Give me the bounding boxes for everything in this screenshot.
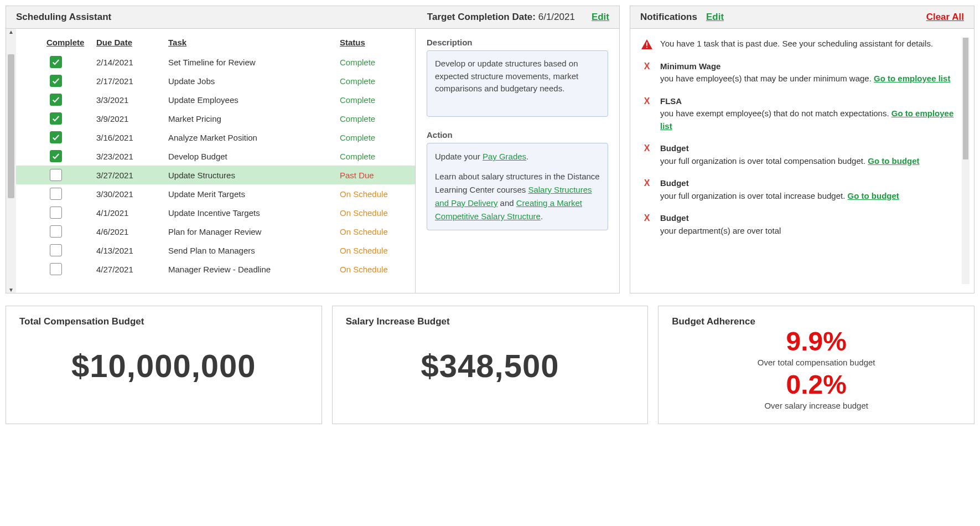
task-row[interactable]: 3/27/2021Update StructuresPast Due bbox=[16, 166, 415, 184]
col-task[interactable]: Task bbox=[168, 38, 340, 47]
notification-body: you have exempt employee(s) that do not … bbox=[660, 109, 889, 118]
notification-item: You have 1 task that is past due. See yo… bbox=[640, 38, 960, 50]
notification-body: your department(s) are over total bbox=[660, 226, 781, 235]
task-checkbox[interactable] bbox=[50, 188, 62, 200]
task-row[interactable]: 3/30/2021Update Merit TargetsOn Schedule bbox=[16, 184, 415, 203]
task-name: Manager Review - Deadline bbox=[168, 265, 340, 274]
task-due: 4/6/2021 bbox=[96, 227, 168, 236]
scheduling-assistant-panel: Scheduling Assistant Target Completion D… bbox=[6, 6, 620, 293]
task-status: Complete bbox=[340, 152, 406, 161]
task-row[interactable]: 4/27/2021Manager Review - DeadlineOn Sch… bbox=[16, 260, 415, 279]
task-row[interactable]: 3/16/2021Analyze Market PositionComplete bbox=[16, 128, 415, 147]
scheduling-header: Scheduling Assistant Target Completion D… bbox=[6, 6, 619, 29]
adherence-sub-2: Over salary increase budget bbox=[672, 401, 961, 410]
task-name: Develop Budget bbox=[168, 152, 340, 161]
task-name: Market Pricing bbox=[168, 114, 340, 123]
col-status[interactable]: Status bbox=[340, 38, 406, 47]
notifications-header: Notifications Edit Clear All bbox=[630, 6, 974, 29]
task-name: Update Employees bbox=[168, 95, 340, 105]
task-due: 2/17/2021 bbox=[96, 76, 168, 86]
notification-item: XFLSAyou have exempt employee(s) that do… bbox=[640, 95, 960, 133]
task-name: Send Plan to Managers bbox=[168, 246, 340, 255]
task-due: 3/30/2021 bbox=[96, 189, 168, 199]
x-icon: X bbox=[644, 178, 650, 202]
edit-schedule-link[interactable]: Edit bbox=[592, 12, 609, 23]
task-due: 3/3/2021 bbox=[96, 95, 168, 105]
notifications-scrollbar[interactable] bbox=[962, 38, 969, 284]
notification-body: You have 1 task that is past due. See yo… bbox=[660, 39, 933, 48]
task-name: Set Timeline for Review bbox=[168, 58, 340, 67]
task-row[interactable]: 3/9/2021Market PricingComplete bbox=[16, 109, 415, 128]
edit-notifications-link[interactable]: Edit bbox=[706, 12, 724, 23]
clear-all-link[interactable]: Clear All bbox=[926, 12, 964, 23]
task-name: Update Merit Targets bbox=[168, 189, 340, 199]
col-due-date[interactable]: Due Date bbox=[96, 38, 168, 47]
notification-link[interactable]: Go to employee list bbox=[874, 74, 950, 83]
task-status: Complete bbox=[340, 58, 406, 67]
svg-rect-1 bbox=[646, 42, 647, 45]
description-box: Develop or update structures based on ex… bbox=[427, 50, 608, 117]
task-checkbox[interactable] bbox=[50, 150, 62, 162]
task-row[interactable]: 3/3/2021Update EmployeesComplete bbox=[16, 90, 415, 109]
notification-item: XMinimum Wageyou have employee(s) that m… bbox=[640, 60, 960, 85]
task-checkbox[interactable] bbox=[50, 75, 62, 87]
task-due: 3/27/2021 bbox=[96, 171, 168, 180]
task-row[interactable]: 4/6/2021Plan for Manager ReviewOn Schedu… bbox=[16, 222, 415, 241]
notification-title: Minimum Wage bbox=[660, 61, 720, 71]
task-row[interactable]: 2/17/2021Update JobsComplete bbox=[16, 71, 415, 90]
task-checkbox[interactable] bbox=[50, 244, 62, 256]
task-checkbox[interactable] bbox=[50, 131, 62, 143]
task-due: 4/1/2021 bbox=[96, 208, 168, 218]
task-checkbox[interactable] bbox=[50, 169, 62, 181]
task-checkbox[interactable] bbox=[50, 225, 62, 238]
col-complete[interactable]: Complete bbox=[46, 38, 96, 47]
adherence-sub-1: Over total compensation budget bbox=[672, 358, 961, 367]
warning-icon bbox=[641, 39, 653, 50]
task-name: Update Incentive Targets bbox=[168, 208, 340, 218]
notification-item: XBudgetyour department(s) are over total bbox=[640, 212, 960, 237]
task-checkbox[interactable] bbox=[50, 207, 62, 219]
task-row[interactable]: 3/23/2021Develop BudgetComplete bbox=[16, 147, 415, 166]
task-status: Complete bbox=[340, 76, 406, 86]
task-status: On Schedule bbox=[340, 227, 406, 236]
notification-title: Budget bbox=[660, 178, 689, 188]
target-completion: Target Completion Date: 6/1/2021 bbox=[427, 12, 575, 23]
notification-body: you have employee(s) that may be under m… bbox=[660, 74, 874, 83]
scheduling-title: Scheduling Assistant bbox=[16, 12, 111, 23]
task-due: 2/14/2021 bbox=[96, 58, 168, 67]
notification-link[interactable]: Go to budget bbox=[868, 156, 919, 166]
adherence-pct-2: 0.2% bbox=[672, 370, 961, 400]
task-checkbox[interactable] bbox=[50, 263, 62, 275]
notification-body: your full organization is over total com… bbox=[660, 156, 868, 166]
salary-increase-title: Salary Increase Budget bbox=[346, 316, 635, 327]
task-due: 3/9/2021 bbox=[96, 114, 168, 123]
task-status: On Schedule bbox=[340, 208, 406, 218]
total-compensation-card: Total Compensation Budget $10,000,000 bbox=[6, 306, 322, 424]
task-row[interactable]: 2/14/2021Set Timeline for ReviewComplete bbox=[16, 53, 415, 71]
svg-rect-2 bbox=[646, 47, 647, 48]
task-list-area: ▲ ▼ Complete Due Date Task Status 2/14/2… bbox=[6, 29, 415, 293]
notification-link[interactable]: Go to budget bbox=[848, 191, 899, 200]
task-name: Update Jobs bbox=[168, 76, 340, 86]
task-detail-pane: Description Develop or update structures… bbox=[415, 29, 619, 293]
pay-grades-link[interactable]: Pay Grades bbox=[483, 152, 526, 161]
description-label: Description bbox=[427, 38, 608, 47]
salary-increase-value: $348,500 bbox=[346, 347, 635, 384]
task-checkbox[interactable] bbox=[50, 112, 62, 125]
task-status: Past Due bbox=[340, 171, 406, 180]
task-row[interactable]: 4/1/2021Update Incentive TargetsOn Sched… bbox=[16, 203, 415, 222]
task-row[interactable]: 4/13/2021Send Plan to ManagersOn Schedul… bbox=[16, 241, 415, 260]
notification-item: XBudgetyour full organization is over to… bbox=[640, 177, 960, 202]
task-due: 3/23/2021 bbox=[96, 152, 168, 161]
task-status: On Schedule bbox=[340, 189, 406, 199]
task-due: 3/16/2021 bbox=[96, 133, 168, 142]
task-checkbox[interactable] bbox=[50, 94, 62, 106]
budget-adherence-title: Budget Adherence bbox=[672, 316, 961, 327]
action-label: Action bbox=[427, 130, 608, 140]
task-scrollbar[interactable]: ▲ ▼ bbox=[6, 29, 16, 293]
task-checkbox[interactable] bbox=[50, 56, 62, 68]
notifications-title: Notifications bbox=[640, 12, 697, 23]
x-icon: X bbox=[644, 143, 650, 167]
task-column-headers: Complete Due Date Task Status bbox=[16, 38, 415, 47]
notification-item: XBudgetyour full organization is over to… bbox=[640, 142, 960, 167]
